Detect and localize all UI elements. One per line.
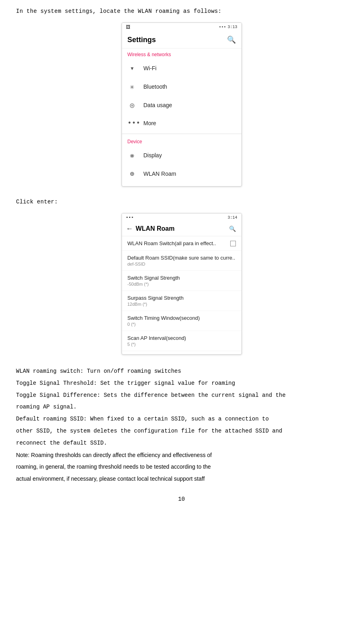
wlan-bottom-space: [122, 351, 241, 354]
wlan-switch-signal-subtitle: -50dBm (*): [128, 282, 236, 286]
wlan-item-surpass-signal[interactable]: Surpass Signal Strength 12dBm (*): [122, 291, 241, 311]
wlan-status-left: ▪▪▪: [126, 215, 134, 220]
more-icon: •••: [128, 119, 137, 127]
wlan-time: 3:14: [227, 215, 237, 220]
wlan-ssid-title: Default Roam SSID(make sure same to curr…: [128, 255, 236, 261]
display-label: Display: [144, 152, 162, 158]
settings-item-bluetooth[interactable]: ✳ Bluetooth: [122, 77, 241, 96]
wlan-roam-label: WLAN Roam: [144, 171, 176, 177]
bottom-p6: other SSID, the system deletes the confi…: [16, 427, 347, 436]
wlan-scan-ap-title: Scan AP Interval(second): [128, 335, 236, 341]
device-section-label: Device: [122, 136, 241, 146]
wifi-label: Wi-Fi: [144, 65, 157, 71]
settings-phone-mockup: 🖼 ▪▪▪ 3:13 Settings 🔍 Wireless & network…: [122, 22, 242, 187]
data-usage-label: Data usage: [144, 102, 172, 108]
bottom-p3: Toggle Signal Difference: Sets the diffe…: [16, 391, 347, 400]
wlan-status-bar: ▪▪▪ 3:14: [122, 213, 241, 221]
wireless-section-label: Wireless & networks: [122, 49, 241, 59]
wlan-surpass-signal-subtitle: 12dBm (*): [128, 302, 236, 307]
settings-header: Settings 🔍: [122, 31, 241, 49]
settings-item-data-usage[interactable]: ◎ Data usage: [122, 96, 241, 114]
wlan-status-right: 3:14: [227, 215, 237, 220]
bottom-p1: WLAN roaming switch: Turn on/off roaming…: [16, 367, 347, 376]
click-enter-text: Click enter:: [16, 199, 347, 205]
wlan-item-switch[interactable]: WLAN Roam Switch(all para in effect..: [122, 236, 241, 251]
bottom-p2: Toggle Signal Threshold: Set the trigger…: [16, 379, 347, 388]
bottom-p9: roaming, in general, the roaming thresho…: [16, 462, 347, 472]
settings-item-display[interactable]: ❋ Display: [122, 146, 241, 165]
status-bar-left-icon: 🖼: [126, 24, 130, 30]
bottom-p8: Note: Roaming thresholds can directly af…: [16, 451, 347, 460]
status-bar-right: ▪▪▪ 3:13: [219, 25, 237, 29]
wlan-phone-mockup: ▪▪▪ 3:14 ← WLAN Roam 🔍 WLAN Roam Switch(…: [122, 213, 242, 355]
wlan-ssid-subtitle: def-SSID: [128, 262, 236, 266]
wlan-header: ← WLAN Roam 🔍: [122, 221, 241, 236]
settings-title: Settings: [128, 36, 156, 44]
wlan-roam-icon: ⊕: [128, 169, 137, 178]
settings-search-icon[interactable]: 🔍: [227, 35, 236, 44]
wlan-item-ssid[interactable]: Default Roam SSID(make sure same to curr…: [122, 251, 241, 271]
back-arrow-icon[interactable]: ←: [128, 225, 132, 233]
wlan-surpass-signal-title: Surpass Signal Strength: [128, 295, 236, 301]
settings-status-bar: 🖼 ▪▪▪ 3:13: [122, 23, 241, 31]
bottom-p5: Default roaming SSID: When fixed to a ce…: [16, 414, 347, 424]
more-label: More: [144, 120, 156, 126]
data-usage-icon: ◎: [128, 101, 137, 110]
intro-text: In the system settings, locate the WLAN …: [16, 8, 347, 14]
signal-icon: ▪▪▪: [219, 25, 226, 29]
wlan-scan-ap-subtitle: 5 (*): [128, 342, 236, 347]
bottom-p4: roaming AP signal.: [16, 402, 347, 412]
wlan-timing-title: Switch Timing Window(second): [128, 315, 236, 321]
wlan-item-timing[interactable]: Switch Timing Window(second) 0 (*): [122, 311, 241, 331]
wlan-header-left: ← WLAN Roam: [128, 225, 175, 233]
bluetooth-icon: ✳: [128, 82, 137, 91]
wlan-search-icon[interactable]: 🔍: [229, 226, 236, 232]
page-number: 10: [16, 496, 347, 502]
divider: [122, 134, 241, 134]
settings-item-more[interactable]: ••• More: [122, 114, 241, 132]
wlan-screen-title: WLAN Roam: [136, 225, 174, 232]
bluetooth-label: Bluetooth: [144, 83, 167, 90]
status-time: 3:13: [227, 25, 237, 29]
settings-item-wlan-roam[interactable]: ⊕ WLAN Roam: [122, 165, 241, 183]
wlan-switch-signal-title: Switch Signal Strength: [128, 275, 236, 281]
wlan-switch-checkbox[interactable]: [230, 241, 236, 246]
bottom-p7: reconnect the default SSID.: [16, 439, 347, 448]
display-icon: ❋: [128, 151, 137, 160]
wlan-timing-subtitle: 0 (*): [128, 322, 236, 327]
wlan-item-switch-signal[interactable]: Switch Signal Strength -50dBm (*): [122, 271, 241, 291]
bottom-text-block: WLAN roaming switch: Turn on/off roaming…: [16, 367, 347, 484]
settings-item-wifi[interactable]: ▾ Wi-Fi: [122, 59, 241, 77]
wifi-icon: ▾: [128, 64, 137, 73]
bottom-space: [122, 183, 241, 186]
wlan-item-scan-ap[interactable]: Scan AP Interval(second) 5 (*): [122, 331, 241, 351]
wlan-switch-title: WLAN Roam Switch(all para in effect..: [128, 240, 216, 246]
bottom-p10: actual environment, if necessary, please…: [16, 474, 347, 484]
